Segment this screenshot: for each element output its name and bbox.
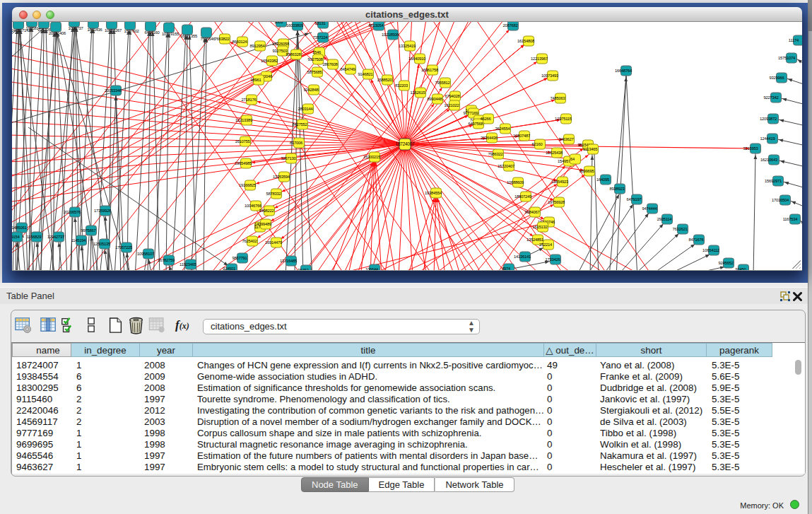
svg-text:2867608: 2867608 xyxy=(322,62,337,66)
svg-text:106644: 106644 xyxy=(365,267,379,270)
svg-text:9684067: 9684067 xyxy=(524,210,539,214)
svg-text:46266: 46266 xyxy=(480,117,490,121)
svg-text:1485061: 1485061 xyxy=(12,226,27,230)
svg-text:8974: 8974 xyxy=(502,267,511,270)
svg-text:16914479: 16914479 xyxy=(265,240,282,245)
svg-text:9245652: 9245652 xyxy=(718,261,733,265)
svg-text:19756928: 19756928 xyxy=(548,200,565,204)
svg-text:12975115: 12975115 xyxy=(555,117,572,121)
svg-text:1615132: 1615132 xyxy=(532,225,547,229)
svg-text:12942737: 12942737 xyxy=(47,235,64,239)
svg-text:16154808: 16154808 xyxy=(517,39,534,43)
svg-text:1362615: 1362615 xyxy=(410,90,425,95)
svg-text:8454749: 8454749 xyxy=(340,67,355,71)
svg-text:6497568: 6497568 xyxy=(468,122,483,126)
svg-text:20206576: 20206576 xyxy=(64,210,81,214)
svg-text:8186328: 8186328 xyxy=(286,52,300,57)
svg-text:14136141: 14136141 xyxy=(514,255,531,259)
svg-text:10807487: 10807487 xyxy=(513,134,530,138)
svg-text:92450: 92450 xyxy=(735,267,746,270)
svg-text:10958107: 10958107 xyxy=(137,252,154,256)
svg-text:10653267: 10653267 xyxy=(105,28,122,33)
svg-text:1527602: 1527602 xyxy=(124,29,139,33)
svg-text:9227342: 9227342 xyxy=(763,95,778,100)
svg-text:20091406: 20091406 xyxy=(49,31,66,35)
svg-text:6794028: 6794028 xyxy=(445,94,459,98)
svg-text:832203: 832203 xyxy=(395,83,408,88)
svg-text:7625402: 7625402 xyxy=(242,239,257,243)
svg-text:10046766: 10046766 xyxy=(245,204,261,208)
svg-text:13654923: 13654923 xyxy=(551,180,568,184)
svg-text:9975867: 9975867 xyxy=(81,228,95,233)
svg-text:16640910: 16640910 xyxy=(408,57,425,61)
svg-text:9777169: 9777169 xyxy=(463,111,478,115)
svg-text:1546: 1546 xyxy=(312,50,321,54)
svg-text:10719155: 10719155 xyxy=(162,32,179,36)
svg-text:88131: 88131 xyxy=(314,22,325,25)
svg-text:2803144: 2803144 xyxy=(298,107,313,111)
svg-text:13325419: 13325419 xyxy=(399,44,416,48)
svg-text:9699695: 9699695 xyxy=(579,169,594,173)
svg-text:252214: 252214 xyxy=(539,243,553,247)
svg-text:8471676: 8471676 xyxy=(688,238,703,242)
svg-text:1841436: 1841436 xyxy=(87,28,102,32)
svg-text:1610755: 1610755 xyxy=(235,139,249,144)
svg-text:19218506: 19218506 xyxy=(382,33,399,37)
svg-text:5878332: 5878332 xyxy=(266,192,281,196)
svg-text:19654985: 19654985 xyxy=(235,161,252,165)
svg-text:15692971: 15692971 xyxy=(765,179,782,183)
svg-text:16961758: 16961758 xyxy=(421,68,438,72)
svg-text:8427552: 8427552 xyxy=(292,122,307,127)
svg-text:10688609: 10688609 xyxy=(507,180,524,185)
svg-text:98961: 98961 xyxy=(250,78,261,82)
svg-text:8660124: 8660124 xyxy=(232,40,247,44)
svg-text:20053346: 20053346 xyxy=(105,88,122,93)
svg-text:10025438: 10025438 xyxy=(546,151,563,155)
svg-text:13226058: 13226058 xyxy=(272,42,289,46)
svg-text:6466160: 6466160 xyxy=(144,30,159,35)
svg-text:1093737: 1093737 xyxy=(68,26,83,30)
svg-text:16210643: 16210643 xyxy=(760,158,777,162)
svg-text:7632621: 7632621 xyxy=(672,227,687,231)
svg-text:8912954: 8912954 xyxy=(249,44,265,48)
svg-text:12505135: 12505135 xyxy=(93,242,110,246)
svg-text:19166825: 19166825 xyxy=(239,183,256,187)
svg-text:7515546: 7515546 xyxy=(200,37,215,41)
svg-text:12213389: 12213389 xyxy=(235,118,252,122)
svg-text:9327503: 9327503 xyxy=(272,49,287,53)
svg-text:15300215: 15300215 xyxy=(363,155,380,159)
svg-text:20364436: 20364436 xyxy=(481,136,498,140)
svg-text:9113465: 9113465 xyxy=(583,147,598,151)
svg-text:164095: 164095 xyxy=(596,177,609,182)
svg-text:817006: 817006 xyxy=(290,141,302,145)
svg-text:13353594: 13353594 xyxy=(273,175,290,179)
svg-text:9329966: 9329966 xyxy=(769,76,784,80)
svg-text:12093872: 12093872 xyxy=(760,117,777,121)
svg-text:16033809: 16033809 xyxy=(286,23,303,28)
svg-text:1803: 1803 xyxy=(274,22,283,24)
svg-text:17016504: 17016504 xyxy=(772,198,789,202)
svg-text:1588520: 1588520 xyxy=(377,78,392,82)
svg-text:39154: 39154 xyxy=(12,235,20,239)
svg-text:16782759: 16782759 xyxy=(158,258,175,262)
svg-text:7663822: 7663822 xyxy=(214,37,229,41)
svg-text:13524851: 13524851 xyxy=(526,238,543,242)
svg-text:9327508: 9327508 xyxy=(307,57,322,62)
svg-text:18907249: 18907249 xyxy=(514,194,531,199)
svg-text:64: 64 xyxy=(570,157,575,161)
svg-text:8938923: 8938923 xyxy=(609,187,624,191)
svg-text:9474444: 9474444 xyxy=(642,206,657,211)
svg-text:7986322: 7986322 xyxy=(488,152,502,156)
svg-text:8813054: 8813054 xyxy=(368,23,384,28)
svg-text:18724007: 18724007 xyxy=(396,141,415,146)
svg-text:9857791: 9857791 xyxy=(232,256,247,260)
svg-text:9146821: 9146821 xyxy=(358,72,372,76)
svg-text:3498222: 3498222 xyxy=(259,209,273,213)
svg-text:1167534: 1167534 xyxy=(783,217,799,221)
svg-text:1733426: 1733426 xyxy=(545,257,560,262)
svg-text:13716485: 13716485 xyxy=(280,259,297,263)
svg-text:16543382: 16543382 xyxy=(261,59,278,63)
svg-text:19384554: 19384554 xyxy=(425,191,442,195)
svg-text:8990448: 8990448 xyxy=(427,97,442,101)
svg-text:9463627: 9463627 xyxy=(558,137,573,141)
